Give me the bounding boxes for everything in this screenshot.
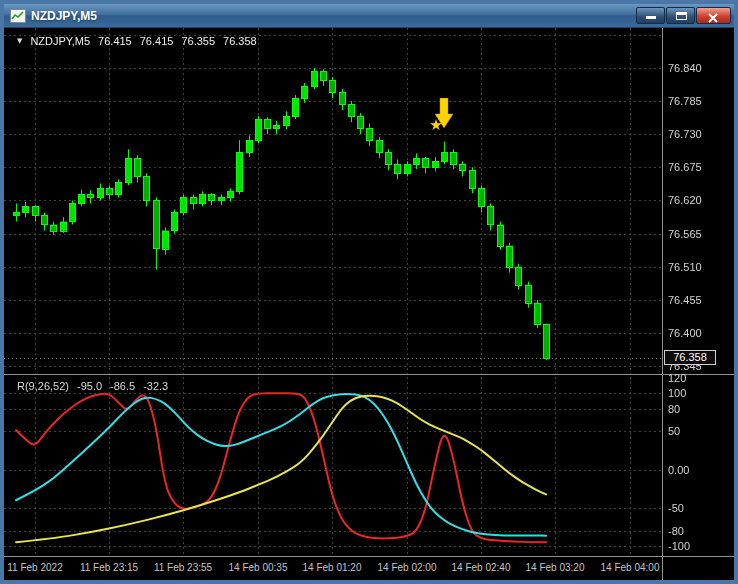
quote-symbol: NZDJPY,M5 <box>30 35 90 47</box>
window-controls <box>636 7 731 24</box>
time-axis-label: 14 Feb 02:40 <box>452 562 511 573</box>
time-axis-label: 11 Feb 23:55 <box>154 562 212 573</box>
star-annotation[interactable]: ★ <box>429 118 442 133</box>
indicator-value-mid: -86.5 <box>110 380 135 392</box>
price-axis-label: 76.510 <box>668 260 702 274</box>
price-axis-label: 76.730 <box>668 127 702 141</box>
indicator-label-overlay: R(9,26,52) -95.0 -86.5 -32.3 <box>17 380 168 392</box>
indicator-axis-label: 80 <box>668 402 680 416</box>
indicator-name: R(9,26,52) <box>17 380 69 392</box>
indicator-axis-label: 120 <box>668 371 686 385</box>
price-axis-column[interactable]: 76.84076.78576.73076.67576.62076.56576.5… <box>662 28 734 580</box>
indicator-axis-label: 100 <box>668 386 686 400</box>
price-axis-label: 76.840 <box>668 61 702 75</box>
window-title: NZDJPY,M5 <box>31 9 97 23</box>
indicator-axis-label: -80 <box>668 524 684 538</box>
time-axis-label: 14 Feb 02:00 <box>378 562 437 573</box>
indicator-value-slow: -32.3 <box>143 380 168 392</box>
price-axis-label: 76.785 <box>668 94 702 108</box>
quote-open: 76.415 <box>98 35 132 47</box>
maximize-icon <box>676 12 687 20</box>
price-axis-label: 76.620 <box>668 193 702 207</box>
time-axis[interactable]: 11 Feb 202211 Feb 23:1511 Feb 23:5514 Fe… <box>4 557 662 580</box>
indicator-axis-label: 50 <box>668 424 680 438</box>
chart-client-area: ▼ NZDJPY,M5 76.415 76.415 76.355 76.358 … <box>4 28 734 580</box>
indicator-value-fast: -95.0 <box>77 380 102 392</box>
indicator-axis-label: -50 <box>668 501 684 515</box>
chart-window-icon <box>10 9 26 23</box>
minimize-icon <box>646 16 656 19</box>
chart-window: NZDJPY,M5 ▼ NZDJPY,M5 76.415 76.415 76.3… <box>0 0 738 584</box>
time-axis-label: 14 Feb 01:20 <box>303 562 362 573</box>
indicator-axis-label: 0.00 <box>668 463 689 477</box>
indicator-axis-label: -100 <box>668 539 690 553</box>
window-titlebar[interactable]: NZDJPY,M5 <box>4 4 734 28</box>
quote-close: 76.358 <box>223 35 257 47</box>
close-button[interactable] <box>696 7 731 24</box>
maximize-button[interactable] <box>666 7 695 24</box>
time-axis-label: 11 Feb 23:15 <box>80 562 138 573</box>
time-axis-label: 14 Feb 03:20 <box>526 562 585 573</box>
time-axis-label: 14 Feb 00:35 <box>229 562 288 573</box>
symbol-marker-icon: ▼ <box>17 37 22 45</box>
quote-high: 76.415 <box>140 35 174 47</box>
close-icon <box>708 11 718 26</box>
price-axis-label: 76.565 <box>668 227 702 241</box>
pane-splitter[interactable] <box>4 374 734 375</box>
current-price-label: 76.358 <box>664 350 716 365</box>
price-axis-label: 76.400 <box>668 326 702 340</box>
price-axis-label: 76.675 <box>668 160 702 174</box>
time-axis-label: 11 Feb 2022 <box>7 562 62 573</box>
chart-quote-overlay: ▼ NZDJPY,M5 76.415 76.415 76.355 76.358 <box>17 35 257 47</box>
minimize-button[interactable] <box>636 7 665 24</box>
quote-low: 76.355 <box>181 35 215 47</box>
time-axis-label: 14 Feb 04:00 <box>601 562 660 573</box>
chart-canvas[interactable] <box>4 28 662 556</box>
price-axis-label: 76.455 <box>668 293 702 307</box>
